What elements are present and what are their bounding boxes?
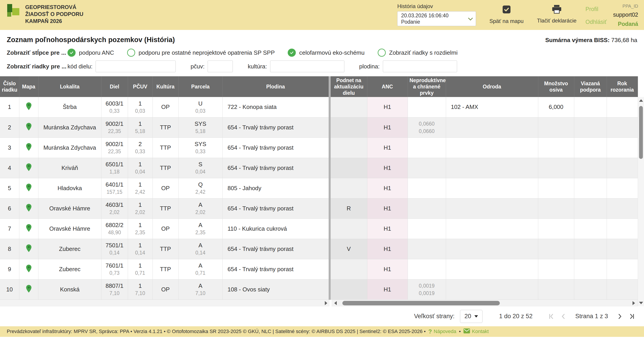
toggle-riadky-s-rozdielmi[interactable]: Zobraziť riadky s rozdielmi xyxy=(378,49,458,57)
vertical-scrollbar[interactable] xyxy=(638,97,644,306)
mnozstvo-osiva-cell xyxy=(538,198,574,218)
row-filters: kód dielu:pčuv:kultúra:plodina: xyxy=(68,61,637,72)
toggle-label: Zobraziť riadky s rozdielmi xyxy=(389,49,458,56)
toggle-podpora-sp-spp[interactable]: podporu pre ostatné neprojektové opatren… xyxy=(127,49,275,57)
map-pin-icon[interactable] xyxy=(24,122,33,131)
map-pin-icon[interactable] xyxy=(24,163,33,172)
map-pin-icon[interactable] xyxy=(24,102,33,111)
rows-filter-caption: Zobraziť riadky pre ... xyxy=(7,63,68,70)
scroll-left-arrow-icon[interactable] xyxy=(334,301,337,305)
kultura-cell: OP xyxy=(152,218,178,239)
pcuv-cell: 20,33 xyxy=(128,138,152,158)
filter-input-pcuv[interactable] xyxy=(208,61,233,72)
row-filters-row: Zobraziť riadky pre ... kód dielu:pčuv:k… xyxy=(7,59,637,74)
map-pin-icon[interactable] xyxy=(24,203,33,212)
scroll-down-arrow[interactable] xyxy=(638,299,644,306)
mnozstvo-osiva-cell xyxy=(538,259,574,279)
page-size-label: Veľkosť strany: xyxy=(414,313,454,320)
podnet-cell: R xyxy=(330,198,367,218)
plodina-cell: 654 - Trvalý trávny porast xyxy=(222,138,330,158)
history-block: História údajov 20.03.2026 16:06:40 Poda… xyxy=(397,3,476,26)
toggle-podpora-anc[interactable]: podporu ANC xyxy=(68,49,114,57)
mnozstvo-osiva-cell xyxy=(538,279,574,299)
viazana-podpora-cell xyxy=(574,198,607,218)
kultura-cell: OP xyxy=(152,178,178,198)
map-cell xyxy=(19,218,38,239)
right-pane-horizontal-scrollbar[interactable] xyxy=(332,300,638,306)
checked-circle-icon xyxy=(288,49,296,57)
map-pin-icon[interactable] xyxy=(24,244,33,253)
next-page-button[interactable] xyxy=(615,312,624,321)
help-label: Nápoveda xyxy=(434,328,456,334)
filter-input-plodina[interactable] xyxy=(383,61,457,72)
left-pane-horizontal-scrollbar[interactable] xyxy=(0,300,330,306)
diel-cell: 4603/12,02 xyxy=(101,198,128,218)
logout-link[interactable]: Odhlásiť xyxy=(586,19,607,25)
app-title: GEOPRIESTOROVÁ ŽIADOSŤ O PODPORU KAMPAŇ … xyxy=(25,3,84,25)
footer-info: Prevádzkovateľ infraštruktúry: MPRV SR, … xyxy=(7,328,426,334)
chevron-down-icon xyxy=(468,16,473,20)
back-to-map-button[interactable]: Späť na mapu xyxy=(487,3,526,24)
neproduktivne-cell: 0,00190,0019 xyxy=(408,279,446,299)
map-pin-icon[interactable] xyxy=(24,142,33,151)
toggle-celofarmova-eko-schema[interactable]: celofarmovú eko-schému xyxy=(288,49,364,57)
lokalita-cell: Kriváň xyxy=(38,158,101,178)
odroda-cell xyxy=(446,279,538,299)
rok-rozorania-cell xyxy=(607,97,638,117)
filter-input-kod-dielu[interactable] xyxy=(96,61,176,72)
anc-cell: H1 xyxy=(367,117,408,138)
vertical-scroll-track[interactable] xyxy=(638,104,644,299)
help-link[interactable]: ? Nápoveda xyxy=(428,328,456,335)
odroda-cell xyxy=(446,138,538,158)
map-cell xyxy=(19,97,38,117)
anc-cell: H1 xyxy=(367,178,408,198)
column-header-rok: Rok rozorania xyxy=(607,76,638,97)
parcela-cell: Q2,42 xyxy=(178,178,222,198)
lokalita-cell: Zuberec xyxy=(38,259,101,279)
horizontal-scroll-thumb[interactable] xyxy=(342,301,500,305)
pcuv-cell: 10,03 xyxy=(128,97,152,117)
mnozstvo-osiva-cell xyxy=(538,117,574,138)
table-row: 3Muránska Zdychava9002/122,3520,33TTPSYS… xyxy=(0,138,638,158)
viazana-podpora-cell xyxy=(574,239,607,259)
contact-label: Kontakt xyxy=(472,328,489,334)
username: support02 xyxy=(612,12,638,18)
page-size-dropdown[interactable]: 20 xyxy=(460,310,482,323)
viazana-podpora-cell xyxy=(574,279,607,299)
podnet-cell xyxy=(330,158,367,178)
podnet-cell xyxy=(330,117,367,138)
scroll-up-arrow[interactable] xyxy=(638,97,644,104)
app-title-line: ŽIADOSŤ O PODPORU xyxy=(25,11,84,18)
pcuv-cell: 12,02 xyxy=(128,198,152,218)
scroll-right-arrow-icon[interactable] xyxy=(325,301,327,305)
ppa-id-label: PPA_ID xyxy=(612,4,638,9)
pcuv-cell: 10,71 xyxy=(128,259,152,279)
filter-input-kultura[interactable] xyxy=(270,61,344,72)
footer-separator: • xyxy=(459,328,461,334)
map-pin-icon[interactable] xyxy=(24,183,33,192)
top-header: GEOPRIESTOROVÁ ŽIADOSŤ O PODPORU KAMPAŇ … xyxy=(0,0,644,30)
kultura-cell: OP xyxy=(152,279,178,299)
history-dropdown[interactable]: 20.03.2026 16:06:40 Podanie xyxy=(397,11,476,26)
vertical-scroll-thumb[interactable] xyxy=(639,106,643,159)
scroll-right-arrow-icon[interactable] xyxy=(632,301,635,305)
prev-page-button[interactable] xyxy=(559,312,568,321)
table-row: 6Oravské Hámre4603/12,0212,02TTPA2,02654… xyxy=(0,198,638,218)
pagination-bar: Veľkosť strany: 20 1 do 20 z 52 Strana 1… xyxy=(0,306,644,326)
anc-cell: H1 xyxy=(367,138,408,158)
profile-link[interactable]: Profil xyxy=(586,6,607,12)
column-header-odroda: Odroda xyxy=(446,76,538,97)
plodina-cell: 654 - Trvalý trávny porast xyxy=(222,158,330,178)
print-declarations-button[interactable]: Tlačiť deklarácie xyxy=(537,3,576,24)
first-page-button[interactable] xyxy=(547,312,556,321)
odroda-cell xyxy=(446,158,538,178)
last-page-button[interactable] xyxy=(627,312,636,321)
contact-link[interactable]: Kontakt xyxy=(463,328,489,335)
map-cell xyxy=(19,158,38,178)
map-pin-icon[interactable] xyxy=(24,223,33,232)
toggle-label: podporu ANC xyxy=(79,49,114,56)
viazana-podpora-cell xyxy=(574,218,607,239)
table-body: 1Štrba6003/10,3310,03OPU0,03722 - Konopa… xyxy=(0,97,638,299)
map-pin-icon[interactable] xyxy=(24,284,33,293)
map-pin-icon[interactable] xyxy=(24,264,33,273)
